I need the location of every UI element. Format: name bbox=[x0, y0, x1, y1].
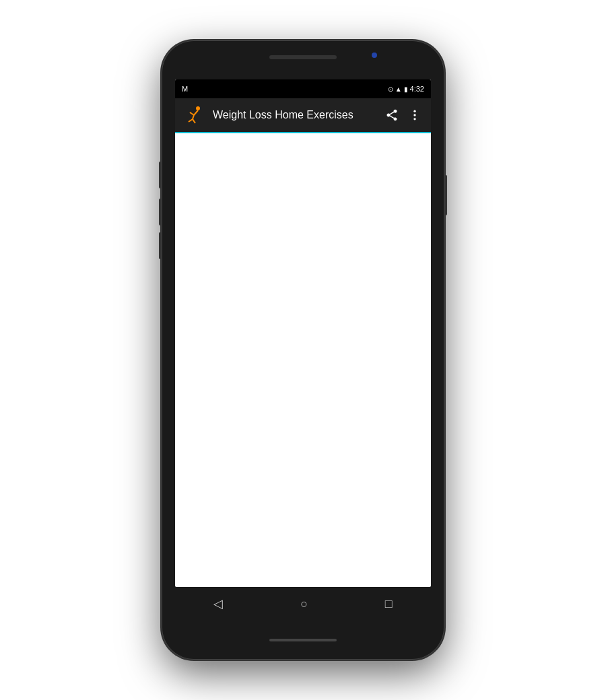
phone-home-bar bbox=[269, 639, 337, 641]
svg-line-1 bbox=[194, 110, 198, 115]
phone-speaker bbox=[269, 55, 337, 59]
recent-button[interactable]: □ bbox=[372, 592, 406, 617]
svg-point-0 bbox=[196, 106, 200, 110]
status-bar: M ⊙ ▲ ▮ 4:32 bbox=[175, 79, 431, 98]
svg-point-8 bbox=[413, 118, 415, 120]
toolbar-title: Weight Loss Home Exercises bbox=[213, 109, 378, 121]
signal-icon: ▲ bbox=[395, 85, 402, 93]
share-icon[interactable] bbox=[385, 108, 399, 122]
status-right: ⊙ ▲ ▮ 4:32 bbox=[388, 85, 424, 93]
toolbar: Weight Loss Home Exercises bbox=[175, 98, 431, 133]
status-left: M bbox=[182, 85, 188, 93]
wifi-icon: ⊙ bbox=[388, 85, 393, 93]
phone-frame: M ⊙ ▲ ▮ 4:32 Weight Loss Home Exercises bbox=[162, 40, 444, 660]
svg-line-2 bbox=[190, 112, 194, 115]
nav-bar: ◁ ○ □ bbox=[175, 587, 431, 620]
toolbar-actions bbox=[385, 108, 422, 122]
svg-line-3 bbox=[193, 115, 194, 119]
phone-screen: M ⊙ ▲ ▮ 4:32 Weight Loss Home Exercises bbox=[175, 79, 431, 587]
app-icon bbox=[184, 104, 206, 126]
time-display: 4:32 bbox=[410, 85, 424, 93]
phone-camera bbox=[372, 53, 377, 58]
back-button[interactable]: ◁ bbox=[200, 591, 236, 617]
svg-line-4 bbox=[193, 119, 195, 123]
svg-point-6 bbox=[413, 110, 415, 112]
phone-bottom bbox=[269, 621, 337, 660]
svg-point-7 bbox=[413, 114, 415, 116]
svg-line-5 bbox=[189, 119, 193, 122]
gmail-icon: M bbox=[182, 85, 188, 93]
home-button[interactable]: ○ bbox=[287, 592, 321, 617]
battery-icon: ▮ bbox=[404, 85, 408, 93]
more-icon[interactable] bbox=[408, 108, 422, 122]
